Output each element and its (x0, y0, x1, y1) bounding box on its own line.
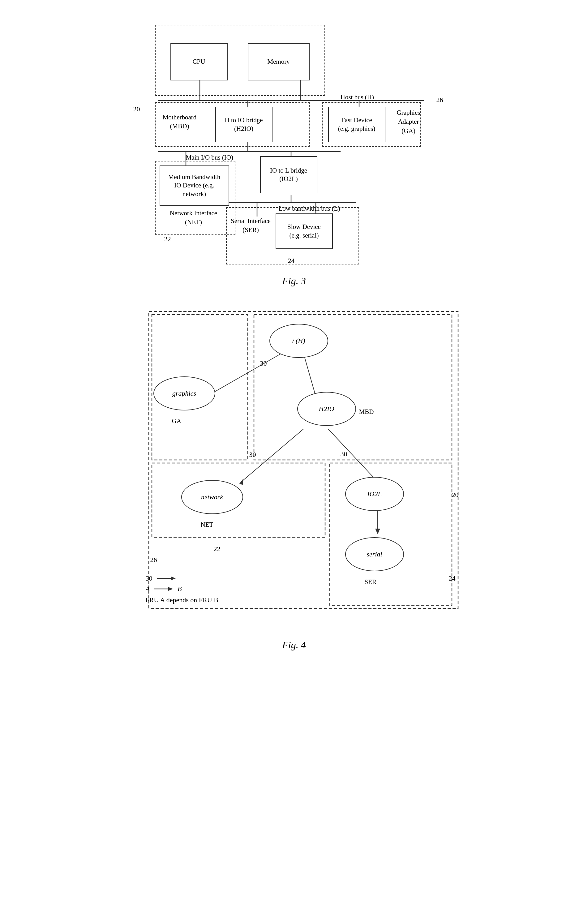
ref-26-fig4: 26 (150, 556, 157, 564)
fig4-mbd-label: MBD (359, 407, 374, 416)
fig3-io2l-box: IO to L bridge(IO2L) (260, 156, 317, 193)
legend-ref30: 30 (146, 574, 153, 582)
legend-arrow-svg (156, 575, 177, 582)
fig4-diagram: / (H) graphics GA H2IO MBD 30 30 30 26 2… (124, 305, 464, 630)
fig3-h2io-box: H to IO bridge(H2IO) (215, 107, 273, 142)
fig4-legend: 30 A B FRU A depends on FRU B (146, 574, 218, 605)
legend-ab-arrow (153, 585, 175, 592)
fig4-net-label: NET (201, 520, 214, 529)
fig3-graphics-adapter-label: GraphicsAdapter(GA) (390, 108, 427, 136)
ref-30c: 30 (340, 450, 347, 458)
legend-ab-row: A B (146, 585, 218, 593)
fig4-ga-label: GA (172, 417, 181, 426)
fig4-io2l-node: IO2L (345, 477, 404, 511)
legend-a: A (146, 585, 150, 593)
fig3-diagram: 20 CPU Memory Host bus (H) 26 Motherboar… (124, 12, 464, 266)
fig4-caption: Fig. 4 (282, 639, 306, 651)
svg-marker-23 (239, 479, 243, 485)
fig3-memory-box: Memory (248, 43, 310, 80)
fig3-cpu-box: CPU (170, 43, 228, 80)
fig3-medium-bw-box: Medium BandwidthIO Device (e.g.network) (160, 165, 229, 206)
fig3-network-interface-label: Network Interface(NET) (164, 209, 223, 227)
ref-30b: 30 (249, 450, 256, 459)
fig3-host-bus-label: Host bus (H) (340, 93, 374, 102)
ref-22-fig4: 22 (214, 545, 220, 553)
fig4-network-node: network (181, 480, 243, 514)
fig3-caption: Fig. 3 (282, 275, 306, 287)
fig4-graphics-node: graphics (153, 376, 215, 410)
ref-24: 24 (288, 257, 295, 265)
fig3-fast-device-box: Fast Device(e.g. graphics) (328, 107, 385, 142)
ref-20-fig4: 20 (452, 491, 459, 499)
svg-marker-27 (375, 528, 380, 534)
fig4-ser-label: SER (365, 577, 377, 586)
ref-20: 20 (133, 105, 140, 113)
fig4-h2io-node: H2IO (297, 392, 356, 426)
ref-22: 22 (164, 235, 171, 243)
fig3-slow-device-box: Slow Device(e.g. serial) (276, 214, 333, 249)
legend-text: FRU A depends on FRU B (146, 595, 218, 605)
fig4-serial-node: serial (345, 537, 404, 571)
ref-24-fig4: 24 (449, 574, 455, 582)
legend-b: B (178, 585, 182, 593)
page-container: 20 CPU Memory Host bus (H) 26 Motherboar… (62, 12, 526, 651)
fig3-serial-interface-label: Serial Interface(SER) (231, 217, 271, 235)
ref-30a: 30 (260, 359, 267, 368)
fig3-motherboard-label: Motherboard(MBD) (160, 113, 200, 131)
ref-26: 26 (437, 96, 443, 104)
legend-row: 30 (146, 574, 218, 582)
fig4-ih-node: / (H) (270, 324, 328, 358)
svg-line-24 (328, 429, 374, 479)
fig3-container: 20 CPU Memory Host bus (H) 26 Motherboar… (62, 12, 526, 287)
svg-marker-29 (171, 577, 176, 580)
svg-marker-31 (168, 587, 173, 591)
fig4-container: / (H) graphics GA H2IO MBD 30 30 30 26 2… (62, 305, 526, 651)
